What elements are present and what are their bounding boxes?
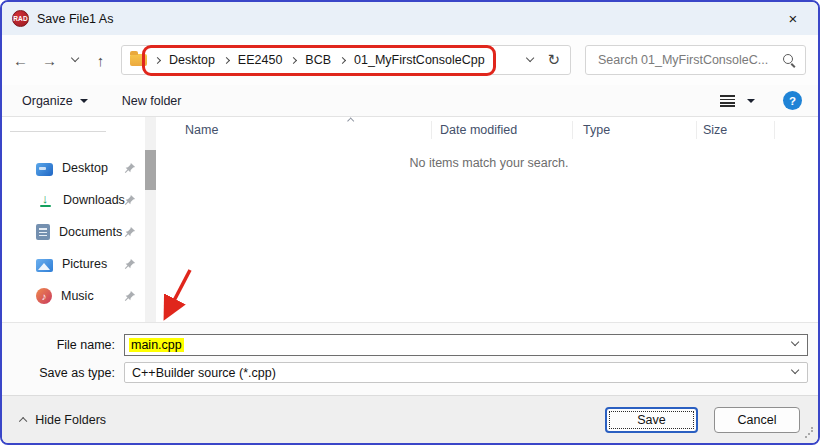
sidebar-item-label: Music — [61, 289, 94, 303]
command-toolbar: Organize New folder ? — [2, 85, 818, 117]
dialog-footer: Hide Folders Save Cancel — [2, 395, 818, 443]
sidebar-item-downloads[interactable]: ↓ Downloads — [2, 184, 160, 216]
navigation-pane: Desktop ↓ Downloads Documents Pictures — [2, 117, 160, 322]
breadcrumb-separator-icon — [339, 56, 346, 63]
sidebar-item-desktop[interactable]: Desktop — [2, 152, 160, 184]
help-icon[interactable]: ? — [783, 91, 802, 110]
address-dropdown-icon[interactable] — [526, 54, 535, 63]
desktop-icon — [36, 163, 53, 176]
file-name-input[interactable]: main.cpp — [124, 334, 808, 356]
save-as-dialog: RAD Save File1 As × ← → ↑ Desktop EE2450… — [0, 0, 820, 445]
pictures-icon — [36, 259, 53, 272]
address-bar[interactable]: Desktop EE2450 BCB 01_MyFirstConsoleCpp … — [121, 45, 571, 75]
refresh-icon[interactable]: ↻ — [547, 51, 560, 69]
close-icon[interactable]: × — [780, 7, 806, 31]
file-list: Name Date modified Type Size No items ma… — [160, 117, 818, 322]
column-header-date-modified[interactable]: Date modified — [432, 121, 573, 139]
sidebar-divider — [10, 131, 106, 132]
save-as-type-select[interactable]: C++Builder source (*.cpp) — [124, 362, 808, 383]
pin-icon — [124, 290, 136, 302]
cancel-button[interactable]: Cancel — [714, 407, 800, 433]
breadcrumb-item-ee2450[interactable]: EE2450 — [238, 53, 282, 67]
pin-icon — [124, 162, 136, 174]
chevron-up-icon — [19, 417, 28, 426]
view-mode-dropdown-icon[interactable] — [747, 99, 755, 103]
window-title: Save File1 As — [37, 12, 113, 26]
sidebar-item-label: Pictures — [62, 257, 107, 271]
title-bar: RAD Save File1 As × — [2, 2, 818, 35]
search-icon — [782, 53, 797, 68]
music-icon: ♪ — [36, 288, 52, 304]
new-folder-button[interactable]: New folder — [122, 94, 182, 108]
sidebar-item-music[interactable]: ♪ Music — [2, 280, 160, 312]
save-as-type-dropdown-icon — [791, 366, 800, 375]
forward-icon[interactable]: → — [35, 46, 64, 75]
folder-icon — [130, 54, 147, 66]
down-arrow-glyph: ↓ — [42, 194, 49, 204]
content-area: Desktop ↓ Downloads Documents Pictures — [2, 117, 818, 322]
search-box[interactable] — [585, 45, 806, 75]
downloads-icon: ↓ — [36, 191, 54, 209]
empty-list-message: No items match your search. — [160, 156, 818, 170]
breadcrumb: Desktop EE2450 BCB 01_MyFirstConsoleCpp — [155, 53, 485, 67]
recent-locations-icon[interactable] — [64, 46, 86, 75]
breadcrumb-separator-icon — [290, 56, 297, 63]
column-header-size[interactable]: Size — [697, 121, 775, 139]
scrollbar-thumb[interactable] — [145, 150, 156, 190]
hide-folders-label: Hide Folders — [35, 413, 106, 427]
sidebar-item-label: Documents — [59, 225, 122, 239]
chevron-down-icon — [71, 54, 80, 63]
organize-label: Organize — [22, 94, 73, 108]
sidebar-scrollbar[interactable] — [145, 117, 156, 322]
pin-icon — [124, 226, 136, 238]
documents-icon — [36, 224, 50, 240]
search-input[interactable] — [596, 52, 782, 68]
breadcrumb-item-desktop[interactable]: Desktop — [169, 53, 215, 67]
sidebar-item-documents[interactable]: Documents — [2, 216, 160, 248]
sidebar-item-pictures[interactable]: Pictures — [2, 248, 160, 280]
navigation-bar: ← → ↑ Desktop EE2450 BCB 01_MyFirstConso… — [2, 35, 818, 85]
new-folder-label: New folder — [122, 94, 182, 108]
file-fields-panel: File name: main.cpp Save as type: C++Bui… — [2, 322, 818, 395]
breadcrumb-separator-icon — [154, 56, 161, 63]
organize-menu[interactable]: Organize — [22, 94, 88, 108]
resize-grip[interactable] — [805, 430, 813, 438]
hide-folders-button[interactable]: Hide Folders — [20, 413, 106, 427]
breadcrumb-item-bcb[interactable]: BCB — [305, 53, 331, 67]
back-icon[interactable]: ← — [6, 46, 35, 75]
music-note-glyph: ♪ — [42, 291, 47, 302]
file-name-dropdown-icon[interactable] — [791, 338, 800, 347]
save-as-type-value: C++Builder source (*.cpp) — [132, 366, 276, 380]
up-icon[interactable]: ↑ — [86, 46, 115, 75]
save-button[interactable]: Save — [605, 407, 698, 433]
column-header-name[interactable]: Name — [160, 121, 432, 139]
column-headers: Name Date modified Type Size — [160, 117, 818, 143]
file-name-label: File name: — [2, 338, 124, 352]
column-header-type[interactable]: Type — [573, 121, 697, 139]
sidebar-item-label: Desktop — [62, 161, 108, 175]
pin-icon — [124, 194, 136, 206]
save-as-type-label: Save as type: — [2, 366, 124, 380]
file-name-value: main.cpp — [129, 338, 184, 352]
breadcrumb-item-current-folder[interactable]: 01_MyFirstConsoleCpp — [354, 53, 485, 67]
pin-icon — [124, 258, 136, 270]
rad-studio-icon: RAD — [12, 10, 29, 27]
breadcrumb-separator-icon — [223, 56, 230, 63]
view-mode-icon[interactable] — [720, 95, 735, 107]
caret-down-icon — [80, 99, 88, 103]
sidebar-item-videos[interactable]: Videos — [2, 312, 160, 322]
sidebar-item-label: Downloads — [63, 193, 125, 207]
